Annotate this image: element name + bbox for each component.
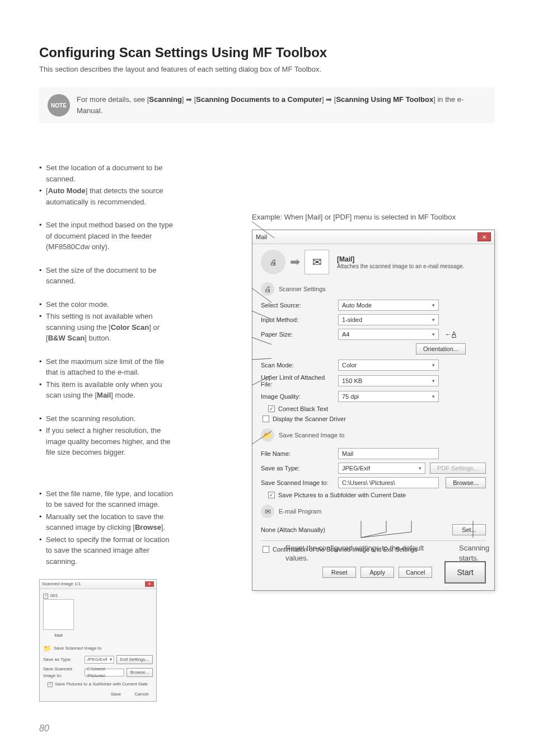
input-method-dropdown[interactable]: 1-sided bbox=[338, 314, 439, 325]
mail-icon: ✉ bbox=[261, 505, 274, 518]
file-name-input[interactable]: Mail bbox=[338, 448, 439, 459]
bullet-group-size: Set the size of the document to be scann… bbox=[39, 265, 174, 287]
dialog-title: Mail bbox=[256, 234, 267, 240]
checkbox[interactable]: ✓ bbox=[43, 594, 48, 599]
sd-path-field[interactable]: C:\Users\ \Pictures\ bbox=[85, 669, 124, 676]
bullet: Set the color mode. bbox=[39, 299, 174, 310]
image-quality-dropdown[interactable]: 75 dpi bbox=[338, 391, 439, 402]
dropdown-value: JPEG/Exif bbox=[342, 465, 370, 472]
cancel-button[interactable]: Cancel bbox=[399, 567, 432, 578]
bullet: Set the location of a document to be sca… bbox=[39, 162, 174, 184]
sd-label: Save as Type: bbox=[43, 656, 82, 663]
close-icon[interactable]: ✕ bbox=[477, 232, 491, 241]
bullet-group-save: Set the file name, file type, and locati… bbox=[39, 488, 174, 567]
mail-dialog: Mail ✕ 🖨 ➡ ✉ [Mail] Attaches the scanned… bbox=[252, 230, 495, 591]
bullet: Set the scanning resolution. bbox=[39, 413, 174, 424]
dropdown-value: 150 KB bbox=[342, 377, 362, 384]
pdf-settings-button[interactable]: PDF Settings... bbox=[430, 463, 486, 474]
scanner-icon: 🖨 bbox=[261, 282, 274, 296]
example-label: Example: When [Mail] or [PDF] menu is se… bbox=[252, 213, 495, 221]
bullet-group-limit: Set the maximum size limit of the file t… bbox=[39, 356, 174, 401]
bullet-group-input: Set the input method based on the type o… bbox=[39, 220, 174, 253]
cancel-button[interactable]: Cancel bbox=[130, 691, 153, 698]
note-bold: Scanning bbox=[149, 95, 182, 104]
folder-icon: 📁 bbox=[261, 428, 274, 442]
bullet: This setting is not available when scann… bbox=[39, 311, 174, 344]
bullet: Set the file name, file type, and locati… bbox=[39, 488, 174, 510]
save-path-input[interactable]: C:\Users\ \Pictures\ bbox=[338, 477, 439, 488]
dropdown-value: 1-sided bbox=[342, 316, 362, 323]
left-column: Set the location of a document to be sca… bbox=[39, 162, 174, 702]
small-titlebar: Scanned Image 1/1 ✕ bbox=[40, 580, 156, 589]
note-badge: NOTE bbox=[48, 94, 70, 116]
input-value: C:\Users\ \Pictures\ bbox=[342, 479, 395, 486]
correct-black-label: Correct Black Text bbox=[278, 405, 328, 412]
bullet: Manually set the location to save the sc… bbox=[39, 511, 174, 533]
exif-button[interactable]: Exif Settings... bbox=[116, 655, 153, 664]
bullet: This item is available only when you sca… bbox=[39, 379, 174, 401]
callout-reset: Reset the configured settings to the def… bbox=[285, 543, 437, 563]
label-save-path: Save Scanned Image to: bbox=[261, 479, 334, 486]
envelope-icon: ✉ bbox=[305, 250, 329, 274]
start-button[interactable]: Start bbox=[444, 561, 486, 584]
checkbox-correct-black[interactable]: ✓ bbox=[268, 405, 275, 412]
dropdown-value: Color bbox=[342, 362, 357, 368]
display-driver-label: Display the Scanner Driver bbox=[273, 416, 346, 422]
paper-size-dropdown[interactable]: A4 bbox=[338, 329, 439, 340]
sd-value: C:\Users\ \Pictures\ bbox=[87, 666, 122, 679]
browse-button[interactable]: Browse... bbox=[446, 477, 486, 488]
browse-button[interactable]: Browse... bbox=[127, 668, 153, 677]
bullet: Set the maximum size limit of the file t… bbox=[39, 356, 174, 378]
reset-button[interactable]: Reset bbox=[322, 567, 356, 578]
label-paper-size: Paper Size: bbox=[261, 331, 334, 338]
section-label: E-mail Program bbox=[279, 508, 321, 515]
apply-button[interactable]: Apply bbox=[360, 567, 394, 578]
label-image-quality: Image Quality: bbox=[261, 393, 334, 400]
orientation-button[interactable]: Orientation... bbox=[416, 343, 466, 354]
section-label: Save Scanned Image to bbox=[279, 432, 344, 438]
select-source-dropdown[interactable]: Auto Mode bbox=[338, 300, 439, 311]
checkbox-confirmation[interactable] bbox=[263, 546, 269, 553]
label-upper-limit: Upper Limit of Attached File: bbox=[261, 374, 334, 388]
sd-label: Save Scanned Image to: bbox=[43, 666, 82, 679]
label-select-source: Select Source: bbox=[261, 302, 334, 309]
none-attach-label: None (Attach Manually) bbox=[261, 526, 325, 533]
note-text-frag: ] bbox=[182, 95, 186, 104]
input-value: Mail bbox=[342, 450, 353, 457]
upper-limit-dropdown[interactable]: 150 KB bbox=[338, 375, 439, 386]
checkbox-display-driver[interactable] bbox=[263, 416, 269, 422]
callout-start: Scanning starts. bbox=[459, 543, 509, 563]
arrow-icon: ➡ bbox=[326, 95, 332, 104]
subfolder-label: Save Pictures to a Subfolder with Curren… bbox=[278, 492, 406, 498]
thumb-label: Mail bbox=[43, 632, 74, 639]
bullet-group-color: Set the color mode. This setting is not … bbox=[39, 299, 174, 344]
bullet-group-location: Set the location of a document to be sca… bbox=[39, 162, 174, 207]
bullet: Set the size of the document to be scann… bbox=[39, 265, 174, 287]
section-label: Scanner Settings bbox=[279, 286, 326, 292]
bullet: [Auto Mode] that detects the source auto… bbox=[39, 185, 174, 207]
scan-mode-dropdown[interactable]: Color bbox=[338, 360, 439, 371]
intro-text: This section describes the layout and fe… bbox=[39, 65, 495, 73]
header-title: [Mail] bbox=[337, 255, 354, 263]
thumbnail[interactable] bbox=[43, 599, 74, 630]
orientation-icon: ←A bbox=[443, 329, 458, 340]
note-bold: Scanning Using MF Toolbox bbox=[336, 95, 433, 104]
set-button[interactable]: Set... bbox=[452, 524, 486, 535]
label-file-name: File Name: bbox=[261, 450, 334, 457]
sd-subfolder-label: Save Pictures to a Subfolder with Curren… bbox=[55, 681, 148, 688]
sd-save-type-select[interactable]: JPEG/Exif▾ bbox=[85, 656, 114, 664]
dialog-titlebar[interactable]: Mail ✕ bbox=[252, 230, 494, 244]
bullet-group-resolution: Set the scanning resolution. If you sele… bbox=[39, 413, 174, 458]
checkbox-subfolder[interactable]: ✓ bbox=[268, 492, 275, 498]
bullet: Select to specify the format or location… bbox=[39, 534, 174, 567]
sd-section: Save Scanned Image to bbox=[54, 645, 101, 652]
save-button[interactable]: Save bbox=[105, 691, 127, 698]
save-type-dropdown[interactable]: JPEG/Exif bbox=[338, 463, 425, 474]
folder-icon: 📁 bbox=[43, 643, 51, 654]
close-icon[interactable]: ✕ bbox=[145, 581, 154, 587]
dropdown-value: 75 dpi bbox=[342, 393, 359, 400]
checkbox[interactable]: ✓ bbox=[48, 682, 53, 687]
page-title: Configuring Scan Settings Using MF Toolb… bbox=[39, 45, 495, 60]
label-input-method: Input Method: bbox=[261, 316, 334, 323]
header-sub: Attaches the scanned image to an e-mail … bbox=[337, 263, 464, 269]
